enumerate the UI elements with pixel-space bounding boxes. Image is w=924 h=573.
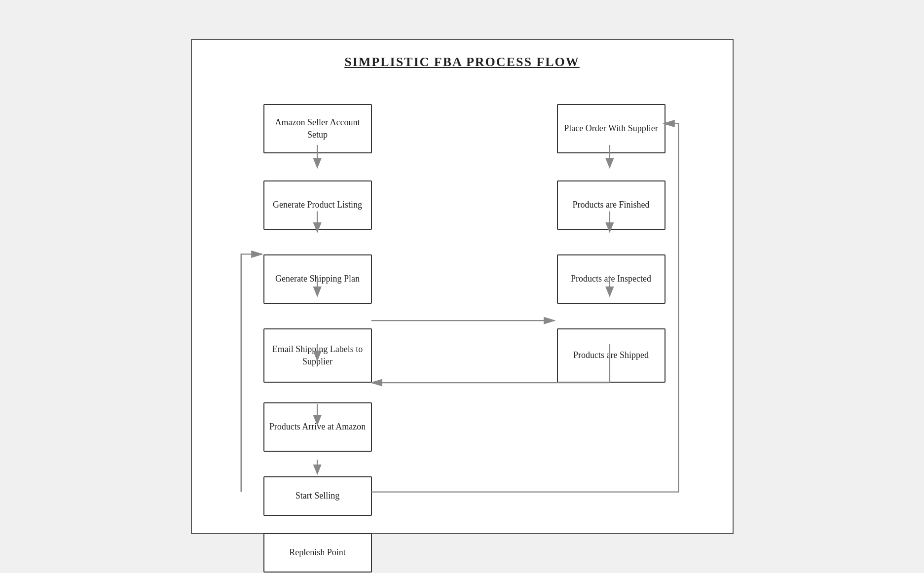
amazon-setup-box: Amazon Seller Account Setup [263, 104, 372, 153]
email-labels-box: Email Shipping Labels to Supplier [263, 328, 372, 383]
products-arrive-box: Products Arrive at Amazon [263, 402, 372, 452]
generate-shipping-box: Generate Shipping Plan [263, 254, 372, 304]
products-inspected-box: Products are Inspected [557, 254, 665, 304]
generate-listing-box: Generate Product Listing [263, 180, 372, 230]
place-order-box: Place Order With Supplier [557, 104, 665, 153]
products-shipped-box: Products are Shipped [557, 328, 665, 383]
products-finished-box: Products are Finished [557, 180, 665, 230]
diagram-container: SIMPLISTIC FBA PROCESS FLOW Amazon Selle… [191, 39, 734, 534]
diagram-title: SIMPLISTIC FBA PROCESS FLOW [212, 55, 713, 70]
flow-area: Amazon Seller Account Setup Generate Pro… [212, 89, 713, 513]
start-selling-box: Start Selling [263, 476, 372, 516]
replenish-box: Replenish Point [263, 533, 372, 573]
